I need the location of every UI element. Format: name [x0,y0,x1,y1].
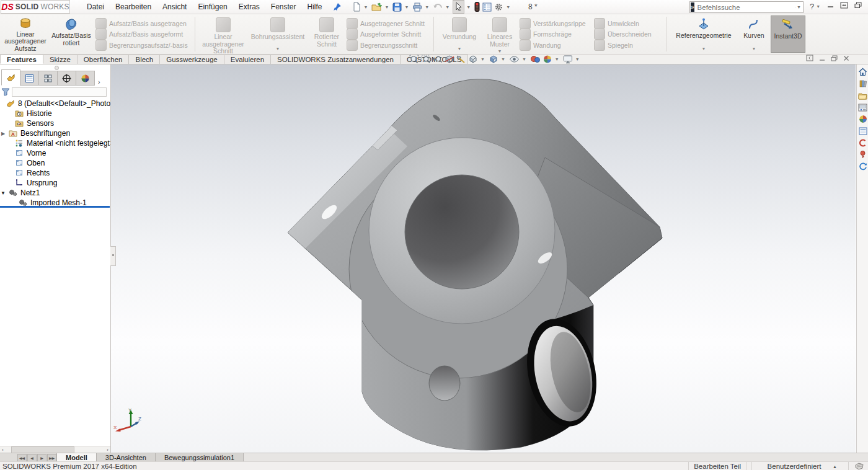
previous-view-icon[interactable] [433,55,443,64]
tree-item-sensors[interactable]: Sensors [0,118,110,128]
configurationmanager-tab[interactable] [38,71,58,86]
featuremanager-tab[interactable] [1,69,20,86]
undo-dropdown[interactable]: ▼ [445,5,450,9]
curves-button[interactable]: Kurven ▼ [737,16,771,53]
view-orientation-icon[interactable] [468,55,478,64]
view-palette-icon[interactable] [857,102,868,112]
menu-bearbeiten[interactable]: Bearbeiten [110,1,157,13]
menu-hilfe[interactable]: Hilfe [302,1,328,13]
custom-properties-icon[interactable] [857,126,868,136]
view-settings-icon[interactable] [563,55,573,64]
menu-extras[interactable]: Extras [233,1,265,13]
rollback-bar[interactable] [0,206,110,208]
dynamic-annotation-icon[interactable] [456,55,466,64]
home-icon[interactable] [857,67,868,77]
mirror-button[interactable]: Spiegeln [594,40,661,50]
lofted-cut-button[interactable]: Ausgeformter Schnitt [347,29,428,40]
help-dropdown[interactable]: ▼ [816,4,820,9]
new-document-dropdown[interactable]: ▼ [364,5,368,9]
tab-3d-ansichten[interactable]: 3D-Ansichten [97,453,156,462]
scroll-left-arrow[interactable]: ‹ [2,447,4,453]
shell-button[interactable]: Wandung [520,40,591,50]
section-view-icon[interactable] [445,55,454,64]
manager-tab-overflow[interactable]: › [98,78,100,86]
open-dropdown[interactable]: ▼ [384,5,389,9]
prev-tab-button[interactable]: ◀ [27,454,37,462]
display-style-dropdown[interactable]: ▼ [501,57,505,61]
linear-pattern-button[interactable]: Lineares Muster ▼ [481,16,518,53]
expand-arrow[interactable]: ▶ [0,131,6,136]
view-orientation-dropdown[interactable]: ▼ [480,57,485,61]
tab-modell[interactable]: Modell [56,453,97,462]
hole-wizard-button[interactable]: Bohrungsassistent ▼ [247,16,308,53]
first-tab-button[interactable]: ◀◀ [17,454,27,462]
save-button[interactable] [392,1,402,13]
menu-fenster[interactable]: Fenster [265,1,302,13]
tab-features[interactable]: Features [0,55,43,64]
revolved-boss-button[interactable]: Aufsatz/Basis rotiert [48,16,94,53]
swept-boss-button[interactable]: Aufsatz/Basis ausgetragen [95,18,190,29]
hide-show-dropdown[interactable]: ▼ [522,57,526,61]
menu-datei[interactable]: Datei [81,1,110,13]
search-icon[interactable] [795,3,797,12]
tab-gusswerkzeuge[interactable]: Gusswerkzeuge [160,55,224,64]
curves-dropdown[interactable]: ▼ [752,45,756,53]
options-dropdown[interactable]: ▼ [506,5,510,9]
collapse-arrow[interactable]: ▼ [0,190,6,196]
print-dropdown[interactable]: ▼ [425,5,429,9]
reference-geometry-dropdown[interactable]: ▼ [702,45,706,53]
tab-blech[interactable]: Blech [129,55,160,64]
front-hole[interactable] [429,366,460,401]
tree-item-netz1[interactable]: ▼ Netz1 [0,188,110,198]
search-scope-icon[interactable]: » [691,2,694,12]
tab-bewegungssimulation[interactable]: Bewegungssimulation1 [156,453,244,462]
open-button[interactable] [371,1,383,13]
forum-icon[interactable] [857,149,868,159]
apply-scene-icon[interactable] [542,55,552,64]
scroll-right-arrow[interactable]: › [107,447,108,453]
tab-oberflaechen[interactable]: Oberflächen [78,55,130,64]
command-search[interactable]: » ▼ [689,1,804,13]
lofted-boss-button[interactable]: Aufsatz/Basis ausgeformt [95,29,190,40]
center-bore[interactable] [405,175,519,289]
fillet-dropdown[interactable]: ▼ [458,45,462,53]
instant3d-button[interactable]: Instant3D [771,16,805,53]
appearances-icon[interactable] [857,114,868,124]
select-dropdown[interactable]: ▼ [466,5,471,9]
undo-button[interactable] [432,1,443,13]
doc-close-button[interactable] [843,55,849,61]
last-tab-button[interactable]: ▶▶ [47,454,56,462]
draft-button[interactable]: Formschräge [520,29,591,40]
tree-filter-input[interactable] [12,87,107,97]
tab-evaluieren[interactable]: Evaluieren [224,55,271,64]
part-model[interactable] [111,64,856,461]
help-button[interactable]: ? ▼ [810,2,822,11]
next-tab-button[interactable]: ▶ [37,454,46,462]
tree-item-material[interactable]: Material <nicht festgelegt> [0,138,110,148]
collapse-pane-icon[interactable] [806,55,813,61]
rebuild-traffic-light-button[interactable] [474,1,480,13]
updates-icon[interactable] [857,161,868,171]
displaymanager-tab[interactable] [76,71,95,86]
zoom-to-area-icon[interactable] [421,55,431,64]
customtools-icon[interactable] [857,138,868,148]
panel-splitter-grip[interactable] [55,66,59,70]
units-dropdown[interactable]: ▲ [833,464,837,469]
new-document-button[interactable] [352,1,362,13]
extruded-cut-button[interactable]: Linear ausgetragener Schnitt [199,16,247,53]
tree-item-beschriftungen[interactable]: ▶ A Beschriftungen [0,128,110,138]
viewport-splitter-handle[interactable] [110,246,116,266]
menu-einfuegen[interactable]: Einfügen [192,1,232,13]
tree-item-historie[interactable]: Historie [0,109,110,118]
tree-item-oben[interactable]: Oben [0,158,110,168]
save-dropdown[interactable]: ▼ [404,5,409,9]
units-selector[interactable]: Benutzerdefiniert [757,463,831,470]
extruded-boss-button[interactable]: Linear ausgetragener Aufsatz [2,16,48,53]
dimxpertmanager-tab[interactable] [57,71,76,86]
intersect-button[interactable]: Überschneiden [594,29,661,40]
linear-pattern-dropdown[interactable]: ▼ [498,48,502,55]
menu-ansicht[interactable]: Ansicht [157,1,192,13]
graphics-viewport[interactable]: Y X Z [111,64,856,461]
print-button[interactable] [412,1,423,13]
maximize-button[interactable] [840,2,848,9]
